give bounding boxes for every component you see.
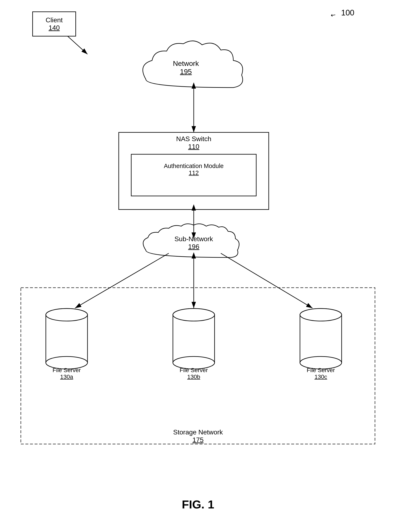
nas-switch-label-group: NAS Switch 110 (129, 135, 258, 151)
file-server-130a-label: File Server (46, 367, 87, 373)
auth-module-label: Authentication Module (133, 163, 254, 170)
auth-module-number: 112 (133, 170, 254, 176)
network-label-group: Network 195 (173, 59, 199, 76)
svg-point-6 (300, 308, 342, 321)
fig-ref-number: 100 (341, 8, 354, 17)
storage-network-label-group: Storage Network 175 (173, 428, 223, 444)
fig-ref-arrow-icon: ↙ (329, 11, 337, 19)
file-server-130c-label-group: File Server 130c (300, 367, 342, 380)
cylinder-top-130c (300, 308, 342, 321)
subnetwork-130a-arrow (75, 253, 169, 308)
storage-network-box (21, 288, 375, 444)
cylinder-body-130c (300, 315, 342, 363)
cylinder-top-130a (46, 308, 87, 321)
file-server-130b-label: File Server (173, 367, 215, 373)
fig-label: FIG. 1 (182, 498, 214, 511)
storage-network-number: 175 (173, 436, 223, 444)
cylinder-body-130b (173, 315, 215, 363)
svg-overlay (0, 0, 396, 532)
client-box: Client 140 (32, 12, 76, 36)
svg-point-4 (46, 308, 87, 321)
sub-network-label: Sub-Network (171, 235, 217, 243)
network-label: Network (173, 59, 199, 68)
file-server-130a-number: 130a (46, 373, 87, 380)
cylinder-top-130b (173, 308, 215, 321)
subnetwork-130c-arrow (221, 253, 313, 308)
sub-network-label-group: Sub-Network 196 (171, 235, 217, 251)
file-server-130c-number: 130c (300, 373, 342, 380)
client-label: Client (46, 16, 63, 24)
diagram-container: 100 ↙ Client 140 Network 195 NAS Switch … (0, 0, 396, 532)
file-server-130a-label-group: File Server 130a (46, 367, 87, 380)
nas-switch-label: NAS Switch (129, 135, 258, 143)
network-number: 195 (173, 68, 199, 76)
file-server-130b-number: 130b (173, 373, 215, 380)
auth-module-label-group: Authentication Module 112 (133, 163, 254, 176)
client-number: 140 (48, 24, 60, 32)
svg-point-5 (173, 308, 215, 321)
nas-switch-number: 110 (129, 143, 258, 151)
file-server-130c-label: File Server (300, 367, 342, 373)
sub-network-number: 196 (171, 243, 217, 251)
cylinder-body-130a (46, 315, 87, 363)
storage-network-label: Storage Network (173, 428, 223, 436)
file-server-130b-label-group: File Server 130b (173, 367, 215, 380)
